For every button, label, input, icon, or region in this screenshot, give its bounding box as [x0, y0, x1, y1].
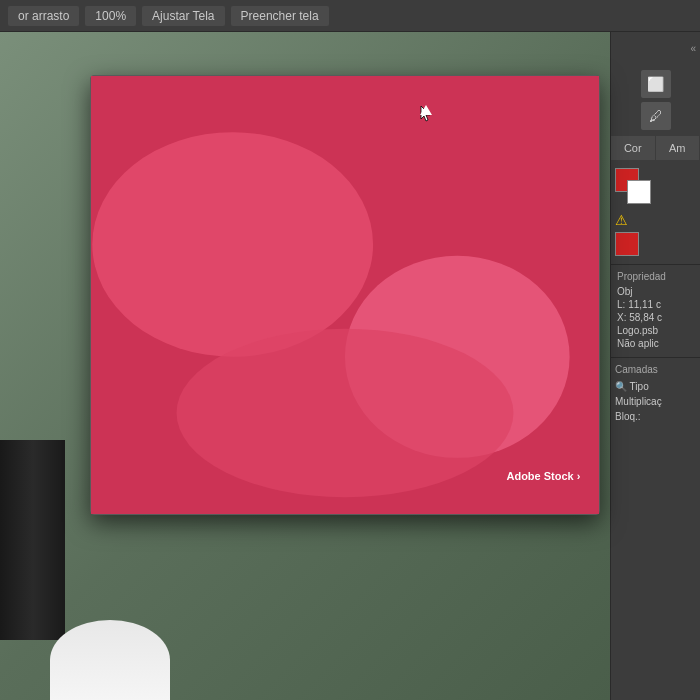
layer-lock: Bloq.:: [615, 409, 696, 424]
stock-cta-text: Adobe Stock ›: [506, 470, 580, 482]
obj-prop: Obj: [617, 286, 694, 297]
second-swatch[interactable]: [615, 232, 639, 256]
collapse-icon[interactable]: «: [690, 43, 696, 54]
layer-blend[interactable]: Multiplicaç: [615, 394, 696, 409]
background-color[interactable]: [627, 180, 651, 204]
white-object: [50, 620, 170, 700]
warning-icon: ⚠: [615, 212, 696, 228]
stock-cta-thumb[interactable]: Adobe Stock ›: [488, 437, 599, 514]
drag-tool-btn[interactable]: or arrasto: [8, 6, 79, 26]
right-panel: « ⬜ 🖊 Cor Am ⚠ Propriedad Obj L: 11,: [610, 32, 700, 700]
tab-color[interactable]: Cor: [611, 136, 656, 160]
properties-label: Propriedad: [617, 271, 694, 282]
top-toolbar: or arrasto 100% Ajustar Tela Preencher t…: [0, 0, 700, 32]
search-overlay: 🔍 × Todos Photoshop Saiba mais Stock Fer…: [90, 75, 600, 515]
right-tools: ⬜ 🖊: [611, 64, 700, 136]
l-prop: L: 11,11 c: [617, 299, 694, 310]
fill-btn[interactable]: Preencher tela: [231, 6, 329, 26]
properties-panel: Propriedad Obj L: 11,11 c X: 58,84 c Log…: [611, 264, 700, 357]
mug-object: [0, 440, 65, 640]
zoom-btn[interactable]: 100%: [85, 6, 136, 26]
layers-panel: Camadas 🔍 Tipo Multiplicaç Bloq.:: [611, 357, 700, 430]
x-prop: X: 58,84 c: [617, 312, 694, 323]
file-sub: Não aplic: [617, 338, 694, 349]
swatch-box[interactable]: [615, 168, 651, 204]
layer-search[interactable]: 🔍 Tipo: [615, 379, 696, 394]
tab-am[interactable]: Am: [656, 136, 701, 160]
tool-icon-1[interactable]: ⬜: [641, 70, 671, 98]
color-swatches: ⚠: [611, 160, 700, 264]
stock-images-row: 🖌 📷 ⚙ ✂ 📌 🔧 ⊕ 🔍 ✏ ☆ ⊞ ✦ Adobe Stock ›: [91, 436, 599, 514]
fit-btn[interactable]: Ajustar Tela: [142, 6, 224, 26]
layers-label: Camadas: [615, 364, 696, 375]
file-name: Logo.psb: [617, 325, 694, 336]
tool-icon-2[interactable]: 🖊: [641, 102, 671, 130]
panel-header: «: [611, 32, 700, 64]
panel-tabs: Cor Am: [611, 136, 700, 160]
